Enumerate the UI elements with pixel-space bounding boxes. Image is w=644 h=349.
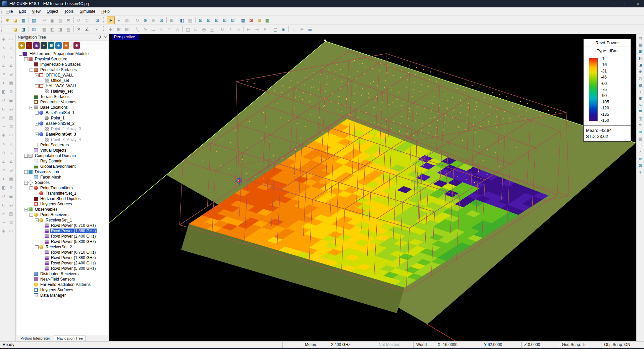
snap-edge-button[interactable]: ⊟ xyxy=(123,25,131,33)
expander-icon[interactable] xyxy=(35,133,39,136)
vertex-tool-button[interactable]: ▫ xyxy=(3,25,11,33)
cad-tool-button[interactable]: △ xyxy=(7,44,15,52)
tree-item[interactable]: ReceiverSet_2 xyxy=(17,244,108,250)
tree-item[interactable]: Virtual Objects xyxy=(17,148,108,153)
undo-button[interactable]: ↺ xyxy=(75,16,83,24)
view-panel-button[interactable]: ⊡ xyxy=(637,163,643,168)
scripts-panel-button[interactable]: ☰ xyxy=(637,109,643,114)
erase-tool-button[interactable]: ▤ xyxy=(64,25,72,33)
tree-item[interactable]: OFFICE_WALL xyxy=(17,72,108,78)
subtract-button[interactable]: ∖ xyxy=(226,25,234,33)
new-project-button[interactable]: ✱ xyxy=(3,16,11,24)
tree-item[interactable]: BasePointSet_2 xyxy=(17,121,108,126)
tree-item[interactable]: Point_2_Array_3 xyxy=(17,126,108,132)
tree-item[interactable]: Penetrable Volumes xyxy=(17,99,108,105)
tree-item[interactable]: Point Transmitters xyxy=(17,185,108,191)
expander-icon[interactable] xyxy=(35,245,39,249)
module-ferma-button[interactable]: ✚ xyxy=(63,42,69,49)
tree-item[interactable]: Hallway_set xyxy=(17,89,108,94)
menu-object[interactable]: Object xyxy=(44,8,61,15)
mirror-tool-button[interactable]: ◨ xyxy=(56,25,64,33)
layers-panel-button[interactable]: ▥ xyxy=(637,136,643,141)
sphere-tool-button[interactable]: ◎ xyxy=(200,25,208,33)
expander-icon[interactable] xyxy=(35,111,39,115)
tree-item[interactable]: Terrain Surfaces xyxy=(17,94,108,99)
cad-tool-button[interactable]: ⌐ xyxy=(0,122,7,131)
tree-item[interactable]: Data Manager xyxy=(17,293,108,298)
tree-item[interactable]: Rcvd Power (1.880 GHz) xyxy=(17,228,108,234)
cad-tool-button[interactable]: ▭ xyxy=(7,131,15,140)
expander-icon[interactable] xyxy=(29,68,34,72)
export-button[interactable]: ◨ xyxy=(19,25,28,33)
cad-tool-button[interactable]: ▤ xyxy=(7,209,15,218)
geometry-panel-button[interactable]: ◧ xyxy=(637,55,643,61)
view-front-button[interactable]: ⊡ xyxy=(229,16,237,24)
cad-tool-button[interactable]: ○ xyxy=(0,140,7,148)
cad-tool-button[interactable]: ⊡ xyxy=(7,218,15,227)
select-tool-button[interactable]: ➤ xyxy=(107,16,115,24)
cad-tool-button[interactable]: ◇ xyxy=(0,52,7,61)
cad-tool-button[interactable]: ∿ xyxy=(7,148,15,157)
tree-item[interactable]: ReceiverSet_1 xyxy=(17,217,108,223)
cad-tool-button[interactable]: ▦ xyxy=(7,174,15,183)
tree-item[interactable]: Facet Mesh xyxy=(17,174,108,180)
cad-tool-button[interactable]: ∠ xyxy=(7,61,15,70)
view-left-button[interactable]: ⊡ xyxy=(213,16,221,24)
mesh-panel-button[interactable]: ▩ xyxy=(637,82,643,88)
cad-tool-button[interactable]: ◐ xyxy=(0,174,7,183)
expander-icon[interactable] xyxy=(24,154,28,158)
expander-icon[interactable] xyxy=(35,84,39,88)
cad-tool-button[interactable]: ≡ xyxy=(0,70,7,79)
expander-icon[interactable] xyxy=(35,73,39,77)
materials-panel-button[interactable]: ◨ xyxy=(637,62,643,67)
tree-item[interactable]: Hertzian Short Dipoles xyxy=(17,196,108,201)
expander-icon[interactable] xyxy=(29,106,34,109)
tree-item[interactable]: TransmitterSet_1 xyxy=(17,191,108,196)
tree-item[interactable]: Rcvd Power (0.710 GHz) xyxy=(17,223,108,228)
menu-edit[interactable]: Edit xyxy=(16,8,29,15)
zoom-out-button[interactable]: ⊖ xyxy=(149,16,157,24)
tree-item[interactable]: Base Locations xyxy=(17,105,108,110)
cad-tool-button[interactable]: ◎ xyxy=(7,105,15,113)
cad-tool-button[interactable]: ▣ xyxy=(7,192,15,201)
cad-tool-button[interactable]: ⊡ xyxy=(7,122,15,131)
redo-button[interactable]: ↻ xyxy=(83,16,91,24)
box-tool-button[interactable]: ◫ xyxy=(184,25,192,33)
cad-tool-button[interactable]: ↺ xyxy=(0,96,7,105)
tree-item[interactable]: Rcvd Power (2.400 GHz) xyxy=(17,234,108,239)
zoom-in-button[interactable]: ⊕ xyxy=(141,16,149,24)
display-grid-button[interactable]: ▥ xyxy=(186,16,194,24)
tree-item[interactable]: Sources xyxy=(17,180,108,185)
union-button[interactable]: ∪ xyxy=(218,25,226,33)
cad-tool-button[interactable]: ⊥ xyxy=(0,61,7,70)
cad-tool-button[interactable]: ↺ xyxy=(0,192,7,201)
hide-button[interactable]: ◌ xyxy=(290,25,298,33)
results-panel-button[interactable]: ▣ xyxy=(637,96,643,101)
print-button[interactable]: ▤ xyxy=(30,16,38,24)
transform-panel-button[interactable]: ⇅ xyxy=(637,122,643,128)
cad-tool-button[interactable]: ⊟ xyxy=(0,105,7,113)
close-icon[interactable]: ✕ xyxy=(104,35,107,40)
module-cubecad-button[interactable]: ◆ xyxy=(18,42,25,49)
tree-item[interactable]: BasePointSet_3 xyxy=(17,132,108,137)
cad-tool-button[interactable]: ▭ xyxy=(7,227,15,236)
menu-tools[interactable]: Tools xyxy=(61,8,77,15)
module-illumina-button[interactable]: ✶ xyxy=(41,42,47,49)
circle-tool-button[interactable]: ○ xyxy=(157,25,165,33)
plots-panel-button[interactable]: ∿ xyxy=(637,102,643,108)
pin-icon[interactable] xyxy=(98,36,101,39)
tree-item[interactable]: BasePointSet_1 xyxy=(17,110,108,115)
tree-item[interactable]: Rcvd Power (5.800 GHz) xyxy=(17,266,108,271)
view-bottom-button[interactable]: ⊡ xyxy=(205,16,213,24)
cad-tool-button[interactable]: ◧ xyxy=(0,183,7,192)
view-right-button[interactable]: ⊡ xyxy=(221,16,229,24)
material-button[interactable]: ◐ xyxy=(93,25,101,33)
view-mode-label[interactable]: Perspective xyxy=(112,34,139,40)
cad-tool-button[interactable]: ⊟ xyxy=(0,201,7,209)
help-panel-button[interactable]: ○ xyxy=(637,149,643,155)
zoom-window-button[interactable]: ⊡ xyxy=(157,16,165,24)
view-list-button[interactable]: ◧ xyxy=(178,16,186,24)
tree-item[interactable]: Point Receivers xyxy=(17,212,108,217)
cylinder-tool-button[interactable]: ⊔ xyxy=(192,25,200,33)
cad-tool-button[interactable]: ⊥ xyxy=(0,157,7,166)
